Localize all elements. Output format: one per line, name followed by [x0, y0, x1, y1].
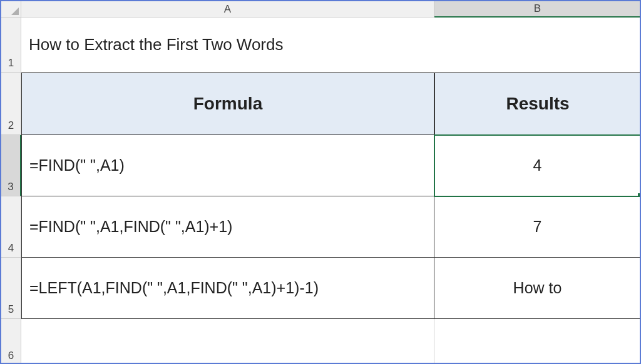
- cell-A4[interactable]: =FIND(" ",A1,FIND(" ",A1)+1): [21, 196, 434, 258]
- cell-A6[interactable]: [21, 319, 434, 364]
- row-header-6[interactable]: 6: [1, 319, 21, 364]
- row-header-3[interactable]: 3: [1, 135, 21, 196]
- cell-B2-header-results[interactable]: Results: [434, 73, 641, 135]
- row-header-1[interactable]: 1: [1, 18, 21, 73]
- column-header-A[interactable]: A: [21, 1, 434, 18]
- row-header-2[interactable]: 2: [1, 73, 21, 135]
- column-header-B[interactable]: B: [434, 1, 641, 18]
- cell-A5[interactable]: =LEFT(A1,FIND(" ",A1,FIND(" ",A1)+1)-1): [21, 258, 434, 319]
- select-all-corner[interactable]: [1, 1, 21, 18]
- cell-A3[interactable]: =FIND(" ",A1): [21, 135, 434, 196]
- cell-B4[interactable]: 7: [434, 196, 641, 258]
- cell-B5[interactable]: How to: [434, 258, 641, 319]
- spreadsheet-grid: A B 1 How to Extract the First Two Words…: [1, 1, 640, 363]
- row-header-5[interactable]: 5: [1, 258, 21, 319]
- cell-B3-selected[interactable]: 4: [434, 135, 641, 196]
- cell-A1[interactable]: How to Extract the First Two Words: [21, 18, 434, 73]
- row-header-4[interactable]: 4: [1, 196, 21, 258]
- cell-B6[interactable]: [434, 319, 641, 364]
- cell-B1[interactable]: [434, 18, 641, 73]
- cell-A2-header-formula[interactable]: Formula: [21, 73, 434, 135]
